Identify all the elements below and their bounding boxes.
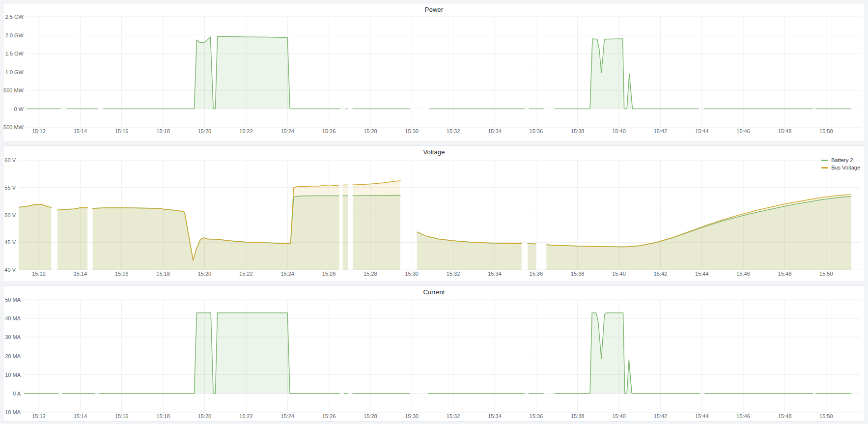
svg-text:15:26: 15:26: [322, 128, 336, 134]
svg-text:15:28: 15:28: [364, 271, 377, 277]
svg-text:15:48: 15:48: [778, 271, 792, 277]
panel-title-voltage: Voltage: [3, 146, 865, 159]
panel-current: Current 50 MA40 MA30 MA20 MA10 MA0 A-10 …: [3, 285, 865, 422]
svg-text:15:22: 15:22: [239, 271, 253, 277]
svg-text:15:28: 15:28: [364, 128, 377, 134]
svg-text:15:42: 15:42: [654, 413, 668, 419]
svg-text:15:22: 15:22: [239, 128, 253, 134]
svg-text:15:50: 15:50: [819, 128, 833, 134]
svg-text:15:50: 15:50: [819, 413, 833, 419]
svg-text:15:22: 15:22: [239, 413, 253, 419]
legend-item-label: Battery 2: [831, 157, 853, 164]
svg-text:15:34: 15:34: [488, 128, 502, 134]
current-chart[interactable]: 50 MA40 MA30 MA20 MA10 MA0 A-10 MA15:121…: [3, 286, 865, 421]
svg-text:15:30: 15:30: [405, 413, 419, 419]
svg-text:15:14: 15:14: [74, 271, 87, 277]
panel-header-voltage[interactable]: Voltage: [3, 146, 865, 159]
svg-text:15:40: 15:40: [612, 128, 626, 134]
svg-text:15:50: 15:50: [819, 271, 833, 277]
svg-text:15:38: 15:38: [571, 128, 585, 134]
svg-text:-500 MW: -500 MW: [3, 124, 24, 130]
svg-text:15:16: 15:16: [115, 128, 129, 134]
panel-voltage: Voltage 60 V55 V50 V45 V40 V15:1215:1415…: [3, 145, 865, 282]
svg-text:15:24: 15:24: [280, 128, 294, 134]
legend-color-swatch: [821, 167, 828, 169]
svg-text:15:14: 15:14: [74, 128, 87, 134]
svg-text:15:18: 15:18: [156, 271, 170, 277]
svg-text:15:46: 15:46: [736, 413, 750, 419]
panel-title-power: Power: [3, 3, 865, 16]
svg-text:15:44: 15:44: [695, 413, 709, 419]
svg-text:15:16: 15:16: [115, 413, 129, 419]
svg-text:20 MA: 20 MA: [5, 353, 21, 359]
svg-text:15:42: 15:42: [654, 128, 668, 134]
legend-item-battery-2[interactable]: Battery 2: [821, 157, 853, 164]
panel-header-power[interactable]: Power: [3, 3, 865, 16]
svg-text:15:36: 15:36: [530, 128, 543, 134]
svg-text:15:40: 15:40: [612, 413, 626, 419]
svg-text:50 V: 50 V: [4, 212, 16, 218]
panel-title-current: Current: [3, 286, 865, 299]
legend-item-label: Bus Voltage: [831, 165, 860, 171]
panel-header-current[interactable]: Current: [3, 286, 865, 299]
svg-text:15:20: 15:20: [198, 413, 212, 419]
svg-text:15:32: 15:32: [447, 413, 460, 419]
legend: Battery 2 Bus Voltage: [821, 157, 860, 171]
dashboard: { "colors": { "page_bg": "#f2f4f7", "pan…: [0, 0, 868, 424]
legend-color-swatch: [821, 160, 828, 161]
svg-text:15:48: 15:48: [778, 128, 792, 134]
panel-power: Power 2.5 GW2.0 GW1.5 GW1.0 GW500 MW0 W-…: [3, 3, 865, 142]
svg-text:15:30: 15:30: [405, 271, 419, 277]
svg-text:15:14: 15:14: [74, 413, 87, 419]
svg-text:45 V: 45 V: [4, 239, 16, 245]
svg-text:10 MA: 10 MA: [5, 372, 21, 378]
power-chart[interactable]: 2.5 GW2.0 GW1.5 GW1.0 GW500 MW0 W-500 MW…: [3, 3, 865, 141]
svg-text:15:32: 15:32: [447, 128, 460, 134]
svg-text:500 MW: 500 MW: [3, 87, 24, 93]
svg-text:15:48: 15:48: [778, 413, 792, 419]
svg-text:15:38: 15:38: [571, 271, 585, 277]
svg-text:15:46: 15:46: [736, 271, 750, 277]
svg-text:1.5 GW: 1.5 GW: [5, 51, 24, 57]
svg-text:15:40: 15:40: [612, 271, 626, 277]
svg-text:0 W: 0 W: [14, 106, 24, 112]
svg-text:15:32: 15:32: [447, 271, 460, 277]
svg-text:15:12: 15:12: [32, 128, 46, 134]
svg-text:15:38: 15:38: [571, 413, 585, 419]
svg-text:15:12: 15:12: [32, 413, 46, 419]
svg-text:15:44: 15:44: [695, 128, 709, 134]
svg-text:15:44: 15:44: [695, 271, 709, 277]
svg-text:15:20: 15:20: [198, 128, 212, 134]
svg-text:40 MA: 40 MA: [5, 315, 21, 321]
svg-text:55 V: 55 V: [4, 185, 16, 191]
svg-text:2.0 GW: 2.0 GW: [5, 32, 24, 38]
svg-text:-10 MA: -10 MA: [3, 409, 21, 415]
svg-text:15:34: 15:34: [488, 271, 502, 277]
svg-text:30 MA: 30 MA: [5, 334, 21, 340]
svg-text:15:18: 15:18: [156, 128, 170, 134]
svg-text:15:12: 15:12: [32, 271, 46, 277]
svg-text:15:24: 15:24: [280, 413, 294, 419]
svg-text:15:46: 15:46: [736, 128, 750, 134]
svg-text:15:18: 15:18: [156, 413, 170, 419]
voltage-chart[interactable]: 60 V55 V50 V45 V40 V15:1215:1415:1615:18…: [3, 146, 865, 282]
svg-text:15:34: 15:34: [488, 413, 502, 419]
svg-text:15:36: 15:36: [530, 413, 543, 419]
svg-text:15:16: 15:16: [115, 271, 129, 277]
svg-text:15:36: 15:36: [530, 271, 543, 277]
svg-text:0 A: 0 A: [13, 391, 21, 396]
svg-text:40 V: 40 V: [4, 267, 16, 273]
svg-text:15:26: 15:26: [322, 413, 336, 419]
svg-text:15:20: 15:20: [198, 271, 212, 277]
svg-text:1.0 GW: 1.0 GW: [5, 69, 24, 75]
svg-text:15:24: 15:24: [280, 271, 294, 277]
svg-text:15:26: 15:26: [322, 271, 336, 277]
legend-item-bus-voltage[interactable]: Bus Voltage: [821, 165, 860, 171]
svg-text:15:30: 15:30: [405, 128, 419, 134]
svg-text:15:28: 15:28: [364, 413, 377, 419]
svg-text:15:42: 15:42: [654, 271, 668, 277]
